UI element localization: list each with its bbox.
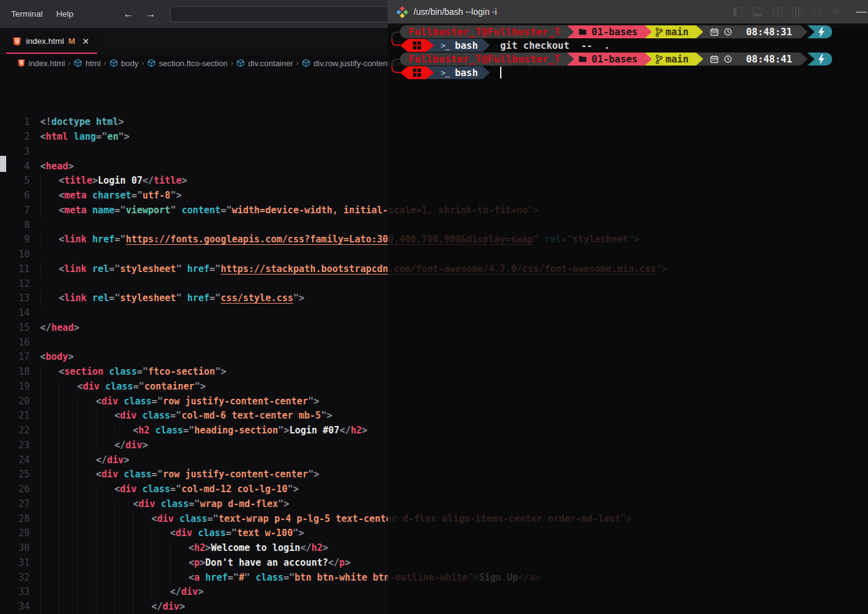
prompt-status-segment (814, 25, 832, 38)
powerline-separator-icon (567, 25, 574, 38)
prompt-user-segment: Fullbuster_T@Fullbuster_T (400, 25, 567, 38)
line-number: 7 (0, 203, 40, 218)
chevron-right-icon: › (230, 59, 234, 67)
prompt-folder-segment: 01-bases (574, 25, 645, 38)
prompt-git-branch-segment: main (652, 25, 696, 38)
forward-button[interactable]: → (144, 8, 158, 20)
grid-squares-icon (412, 41, 422, 50)
back-button[interactable]: ← (122, 8, 135, 20)
terminal-prompt-icon: >_ (441, 68, 449, 77)
line-number: 32 (0, 571, 40, 586)
line-number: 15 (0, 321, 40, 336)
folder-icon (579, 28, 587, 35)
panel-left-icon[interactable] (733, 7, 742, 17)
breadcrumb-item[interactable]: index.html (17, 59, 65, 68)
powerline-separator-icon (483, 66, 490, 79)
terminal-body[interactable]: Fullbuster_T@Fullbuster_T01-basesmain08:… (388, 23, 868, 614)
symbol-cube-icon (236, 59, 245, 67)
symbol-cube-icon (147, 59, 156, 67)
line-number: 25 (0, 467, 40, 482)
powerline-separator-icon (567, 53, 574, 66)
clock-icon (724, 55, 732, 63)
line-number: 19 (0, 380, 40, 394)
chevron-right-icon: › (103, 59, 107, 67)
tab-index-html[interactable]: index.html M ✕ (6, 28, 97, 54)
terminal-title: /usr/bin/bash --login -i (414, 7, 733, 17)
minimize-icon[interactable]: — (856, 6, 867, 18)
prompt-git-branch-segment: main (652, 53, 696, 66)
line-number: 30 (0, 541, 40, 556)
powerline-separator-icon (807, 53, 814, 66)
breadcrumb-label: section.ftco-section (159, 59, 228, 68)
breadcrumb-item[interactable]: html (74, 59, 101, 68)
lightning-bolt-icon (818, 54, 825, 64)
powerline-separator-icon (645, 53, 652, 66)
line-number: 28 (0, 512, 40, 527)
html-file-icon (12, 36, 22, 46)
powerline-separator-icon (801, 53, 807, 66)
prompt-time-segment: 08:48:41 (703, 53, 801, 66)
git-branch-icon (655, 27, 663, 37)
line-number: 9 (0, 232, 40, 247)
terminal-cursor (500, 67, 501, 79)
prompt-input-line: >_bash (400, 66, 868, 79)
calendar-icon (710, 28, 718, 36)
record-circle-icon[interactable] (812, 7, 822, 17)
calendar-icon (710, 55, 718, 63)
menu-help[interactable]: Help (50, 6, 80, 22)
breadcrumb-item[interactable]: div.container (236, 59, 293, 68)
powerline-separator-icon (696, 25, 703, 38)
powerline-separator-icon (645, 25, 652, 38)
line-number: 23 (0, 438, 40, 453)
line-number: 17 (0, 350, 40, 365)
prompt-status-line: Fullbuster_T@Fullbuster_T01-basesmain08:… (400, 25, 868, 38)
line-number: 29 (0, 526, 40, 541)
prompt-shell-segment: >_bash (427, 66, 483, 79)
line-number: 5 (0, 174, 40, 189)
line-number: 20 (0, 394, 40, 409)
breadcrumb-label: index.html (28, 59, 65, 68)
prompt-input-line: >_bashgit checkout -- . (400, 39, 868, 52)
powerline-separator-icon (801, 25, 807, 38)
history-navigation: ← → (122, 8, 158, 20)
breadcrumb-label: div.container (248, 59, 293, 68)
breadcrumb-item[interactable]: section.ftco-section (147, 59, 228, 68)
settings-gear-icon[interactable]: ⚙ (832, 7, 840, 17)
line-number: 22 (0, 424, 40, 438)
prompt-time-segment: 08:48:31 (703, 25, 801, 38)
powerline-separator-icon (696, 53, 703, 66)
menu-terminal[interactable]: Terminal (5, 6, 49, 22)
modified-badge: M (69, 36, 75, 46)
panel-bottom-icon[interactable] (753, 7, 762, 17)
screen: TerminalHelp ← → 01 index.html M ✕ (0, 0, 868, 614)
line-number: 6 (0, 189, 40, 203)
panel-columns-icon[interactable] (793, 7, 802, 17)
git-branch-icon (655, 54, 663, 64)
prompt-status-segment (814, 53, 832, 66)
breadcrumb-item[interactable]: body (109, 59, 138, 68)
prompt-folder-segment: 01-bases (574, 53, 645, 66)
typed-command: git checkout -- . (500, 40, 610, 51)
clock-icon (724, 28, 732, 36)
line-number: 11 (0, 262, 40, 277)
terminal-window: /usr/bin/bash --login -i ⚙ — Fullbuster_… (388, 0, 868, 614)
powerline-separator-icon (807, 25, 814, 38)
symbol-cube-icon (109, 59, 118, 67)
chevron-right-icon: › (67, 59, 71, 67)
terminal-prompt-icon: >_ (441, 41, 449, 50)
terminal-window-buttons: ⚙ (733, 7, 840, 17)
line-number: 33 (0, 585, 40, 600)
line-number: 2 (0, 130, 40, 145)
terminal-titlebar[interactable]: /usr/bin/bash --login -i ⚙ — (388, 0, 868, 23)
line-number: 31 (0, 556, 40, 571)
line-number: 10 (0, 247, 40, 262)
panel-split-icon[interactable] (773, 7, 782, 17)
close-tab-icon[interactable]: ✕ (82, 36, 90, 46)
line-number: 18 (0, 365, 40, 380)
symbol-cube-icon (74, 59, 82, 67)
line-number: 8 (0, 218, 40, 233)
terminal-app-icon (396, 6, 408, 18)
line-number: 34 (0, 600, 40, 614)
line-number: 14 (0, 306, 40, 321)
breadcrumb-label: html (85, 59, 101, 68)
